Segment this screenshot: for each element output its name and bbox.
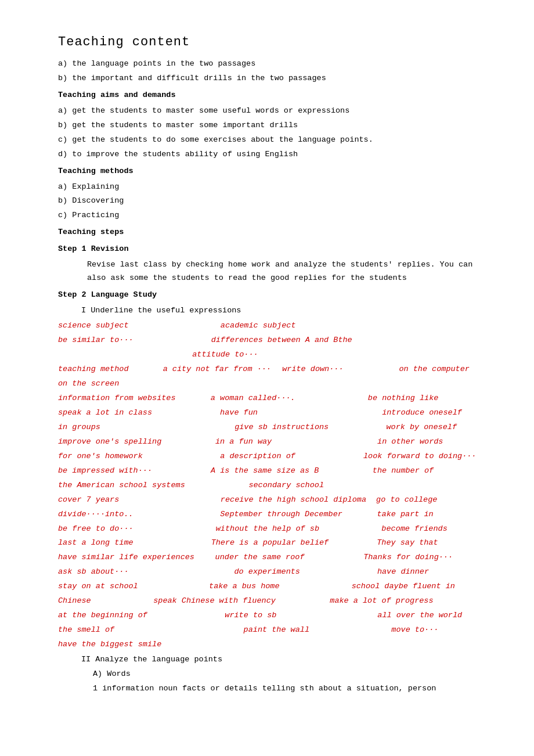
aims-item-c: c) get the students to do some exercises… (58, 134, 488, 147)
expr-cell: in a fun way (201, 435, 345, 449)
expr-cell: speak a lot in class (58, 406, 201, 420)
expr-cell (192, 377, 353, 391)
expr-cell: have fun (201, 406, 345, 420)
expr-cell: without the help of sb (192, 522, 353, 537)
expr-cell: take a bus home (181, 579, 328, 594)
step2-heading: Step 2 Language Study (58, 289, 488, 302)
expr-cell: introduce oneself (344, 406, 488, 420)
expr-row-19: at the beginning of write to sb all over… (58, 609, 488, 623)
expr-cell: cover 7 years (58, 493, 192, 507)
expr-cell: be nothing like (344, 391, 488, 406)
expr-cell: There is a popular belief (192, 536, 353, 550)
step1-heading: Step 1 Revision (58, 243, 488, 256)
expr-cell: secondary school (230, 478, 373, 493)
expr-cell: Chinese (58, 594, 144, 609)
expr-row-20: the smell of paint the wall move to··· (58, 623, 488, 638)
expr-cell: improve one's spelling (58, 435, 201, 449)
underline-heading-block: I Underline the useful expressions (58, 304, 488, 318)
expr-cell: speak Chinese with fluency (144, 594, 316, 609)
expr-cell: have the biggest smile (58, 638, 201, 652)
expr-row-3: on the screen (58, 377, 488, 391)
page-content: Teaching content a) the language points … (58, 35, 488, 696)
expr-row-0: science subject academic subject (58, 319, 488, 333)
expr-cell: a description of (197, 449, 335, 464)
expr-cell (353, 377, 488, 391)
expr-cell: move to··· (344, 623, 488, 638)
expr-cell: last a long time (58, 536, 192, 550)
expr-row-12: divide····into.. September through Decem… (58, 507, 488, 522)
word1-text: 1 information noun facts or details tell… (93, 682, 488, 696)
expr-cell: in other words (344, 435, 488, 449)
expr-row-1: be similar to··· differences between A a… (58, 333, 488, 362)
expr-cell: academic subject (192, 319, 353, 333)
expr-cell: write down··· (273, 362, 380, 377)
expr-cell: A is the same size as B (197, 464, 349, 478)
underline-heading: I Underline the useful expressions (81, 304, 488, 318)
page-title: Teaching content (58, 35, 488, 49)
expr-row-2: teaching method a city not far from ··· … (58, 362, 488, 377)
expr-row-13: be free to do··· without the help of sb … (58, 522, 488, 537)
expr-row-4: information from websites a woman called… (58, 391, 488, 406)
expr-cell: receive the high school diploma (192, 493, 367, 507)
analyze-heading: II Analyze the language points (81, 653, 488, 667)
expr-cell: all over the world (335, 609, 488, 623)
word1-block: 1 information noun facts or details tell… (58, 682, 488, 696)
methods-item-b: b) Discovering (58, 195, 488, 208)
expr-cell: Thanks for doing··· (340, 550, 488, 565)
expr-cell (353, 333, 488, 362)
expr-cell: have dinner (349, 565, 488, 579)
content-item-a: a) the language points in the two passag… (58, 57, 488, 71)
expr-row-10: the American school systems secondary sc… (58, 478, 488, 493)
expr-cell: a city not far from ··· (153, 362, 273, 377)
expr-row-18: Chinese speak Chinese with fluency make … (58, 594, 488, 609)
expr-cell: in groups (58, 420, 192, 435)
words-heading-block: A) Words (58, 668, 488, 681)
expr-cell: divide····into.. (58, 507, 197, 522)
step1-text: Revise last class by checking home work … (87, 258, 488, 285)
expr-cell: September through December (197, 507, 363, 522)
expr-row-21: have the biggest smile (58, 638, 488, 652)
expr-cell: on the computer (380, 362, 488, 377)
expr-cell: differences between A and Bthe attitude … (192, 333, 353, 362)
expr-cell: at the beginning of (58, 609, 197, 623)
expr-cell: information from websites (58, 391, 201, 406)
teaching-steps-heading: Teaching steps (58, 226, 488, 239)
expr-cell: write to sb (197, 609, 335, 623)
methods-item-c: c) Practicing (58, 209, 488, 222)
expr-cell: paint the wall (201, 623, 345, 638)
expr-row-16: ask sb about··· do experiments have dinn… (58, 565, 488, 579)
expr-cell (344, 638, 488, 652)
expr-row-6: in groups give sb instructions work by o… (58, 420, 488, 435)
expr-cell (373, 478, 488, 493)
expr-cell: do experiments (197, 565, 349, 579)
expr-cell: make a lot of progress (316, 594, 488, 609)
expr-row-17: stay on at school take a bus home school… (58, 579, 488, 594)
expr-cell: under the same roof (205, 550, 340, 565)
expr-cell: They say that (353, 536, 488, 550)
expr-cell: a woman called···. (201, 391, 345, 406)
expr-cell: the smell of (58, 623, 201, 638)
expr-cell: look forward to doing··· (335, 449, 488, 464)
expr-cell (201, 638, 345, 652)
expr-cell: work by oneself (353, 420, 488, 435)
expr-row-5: speak a lot in class have fun introduce … (58, 406, 488, 420)
expr-cell: teaching method (58, 362, 153, 377)
expr-cell: on the screen (58, 377, 192, 391)
expr-cell: the number of (349, 464, 488, 478)
expr-cell: science subject (58, 319, 192, 333)
expr-cell: the American school systems (58, 478, 230, 493)
expr-cell: be free to do··· (58, 522, 192, 537)
words-heading: A) Words (93, 668, 488, 681)
aims-item-d: d) to improve the students ability of us… (58, 148, 488, 161)
expr-cell: take part in (363, 507, 488, 522)
step1-content: Revise last class by checking home work … (58, 258, 488, 285)
expr-row-8: for one's homework a description of look… (58, 449, 488, 464)
expr-cell: be similar to··· (58, 333, 192, 362)
expr-cell: ask sb about··· (58, 565, 197, 579)
expr-cell: stay on at school (58, 579, 181, 594)
expr-row-9: be impressed with··· A is the same size … (58, 464, 488, 478)
expr-row-14: last a long time There is a popular beli… (58, 536, 488, 550)
expr-cell (353, 319, 488, 333)
methods-item-a: a) Explaining (58, 181, 488, 194)
aims-item-a: a) get the students to master some usefu… (58, 105, 488, 118)
